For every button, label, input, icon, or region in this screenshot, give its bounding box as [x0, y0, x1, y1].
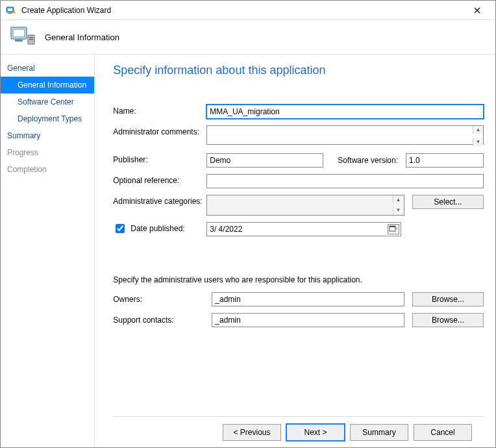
software-version-label: Software version: — [331, 156, 398, 165]
wizard-sidebar: General General Information Software Cen… — [1, 55, 95, 447]
administrative-categories-box[interactable]: ▲ ▼ — [206, 195, 404, 216]
nav-deployment-types[interactable]: Deployment Types — [1, 110, 94, 127]
software-version-input[interactable] — [406, 153, 484, 168]
browse-support-button[interactable]: Browse... — [412, 313, 484, 327]
form-grid-owners: Owners: Browse... Support contacts: Brow… — [113, 292, 484, 327]
select-categories-button[interactable]: Select... — [412, 195, 484, 209]
scroll-down-icon[interactable]: ▼ — [473, 138, 483, 146]
svg-rect-1 — [8, 8, 12, 11]
publisher-label: Publisher: — [113, 153, 204, 164]
responsible-users-subhead: Specify the administrative users who are… — [113, 275, 484, 284]
previous-button[interactable]: < Previous — [223, 424, 281, 441]
wizard-header: General Information — [1, 20, 495, 54]
window-title: Create Application Wizard — [21, 6, 111, 15]
main-title: Specify information about this applicati… — [113, 64, 484, 77]
publisher-input[interactable] — [206, 153, 323, 168]
nav-general[interactable]: General — [1, 60, 94, 77]
admin-comments-wrap: ▲ ▼ — [206, 125, 484, 147]
nav-software-center[interactable]: Software Center — [1, 93, 94, 110]
summary-button[interactable]: Summary — [350, 424, 408, 441]
owners-label: Owners: — [113, 295, 204, 304]
date-published-label: Date published: — [130, 224, 184, 233]
wizard-window: Create Application Wizard General Inform… — [0, 0, 496, 448]
optional-reference-label: Optional reference: — [113, 174, 204, 185]
date-published-checkbox[interactable] — [116, 224, 125, 233]
next-button[interactable]: Next > — [286, 424, 345, 441]
browse-owners-button[interactable]: Browse... — [412, 292, 484, 306]
nav-general-information[interactable]: General Information — [1, 77, 94, 93]
svg-rect-2 — [8, 13, 12, 14]
nav-summary[interactable]: Summary — [1, 127, 94, 144]
name-input[interactable] — [206, 105, 484, 119]
nav-progress: Progress — [1, 144, 94, 161]
cat-scroll-up-icon[interactable]: ▲ — [393, 196, 403, 204]
cat-scroll-down-icon[interactable]: ▼ — [393, 206, 403, 214]
support-contacts-input[interactable] — [212, 313, 404, 327]
calendar-dropdown-icon[interactable] — [388, 224, 399, 234]
titlebar: Create Application Wizard — [1, 1, 495, 20]
close-button[interactable] — [464, 1, 490, 19]
computer-icon — [8, 25, 36, 50]
wizard-body: General General Information Software Cen… — [1, 54, 495, 447]
nav-completion: Completion — [1, 161, 94, 178]
date-published-picker[interactable]: 3/ 4/2022 — [206, 222, 401, 236]
optional-reference-input[interactable] — [206, 174, 484, 188]
administrative-categories-label: Administrative categories: — [113, 195, 204, 206]
wizard-main: Specify information about this applicati… — [95, 55, 495, 447]
admin-comments-label: Administrator comments: — [113, 125, 204, 136]
owners-input[interactable] — [212, 292, 404, 306]
support-contacts-label: Support contacts: — [113, 316, 204, 325]
svg-rect-9 — [29, 39, 33, 40]
date-published-value: 3/ 4/2022 — [210, 225, 242, 234]
page-title: General Information — [45, 32, 119, 42]
name-label: Name: — [113, 105, 204, 116]
cancel-button[interactable]: Cancel — [414, 424, 472, 441]
svg-point-3 — [13, 11, 16, 14]
close-icon — [474, 5, 480, 16]
svg-rect-8 — [29, 37, 33, 38]
admin-comments-input[interactable] — [206, 125, 484, 145]
svg-rect-6 — [15, 40, 23, 42]
svg-rect-5 — [13, 29, 25, 37]
app-icon — [6, 5, 16, 16]
wizard-footer: < Previous Next > Summary Cancel — [113, 416, 484, 447]
form-grid: Name: Administrator comments: ▲ ▼ Publis… — [113, 105, 484, 236]
scroll-up-icon[interactable]: ▲ — [473, 126, 483, 134]
svg-rect-11 — [390, 226, 395, 227]
